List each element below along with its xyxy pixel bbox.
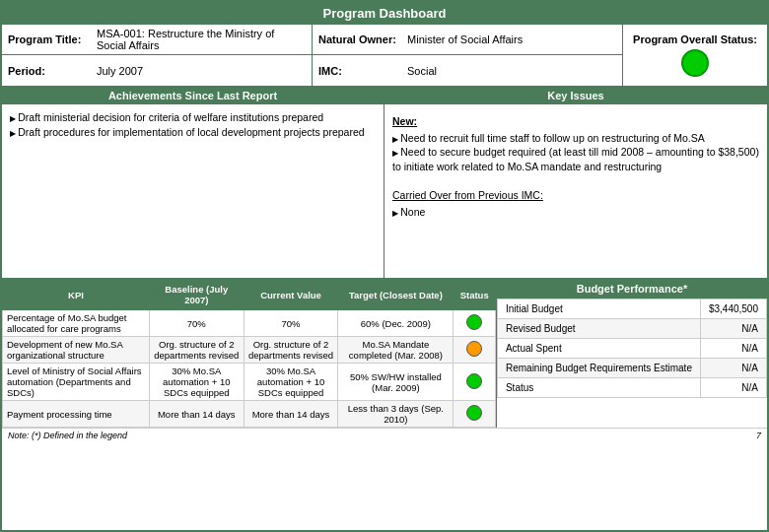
budget-row: Status N/A: [497, 378, 766, 398]
kpi-row: Development of new Mo.SA organizational …: [3, 337, 496, 364]
kpi-col-header: KPI: [3, 280, 150, 310]
carried-over-item: None: [392, 205, 759, 220]
kpi-baseline: Org. structure of 2 departments revised: [149, 337, 244, 364]
budget-value: $3,440,500: [700, 299, 766, 319]
key-issue-item: Need to recruit full time staff to follo…: [392, 131, 759, 146]
baseline-col-header: Baseline (July 2007): [149, 280, 244, 310]
budget-label: Initial Budget: [497, 299, 700, 319]
kpi-target: Mo.SA Mandate completed (Mar. 2008): [338, 337, 454, 364]
key-issue-item: Need to secure budget required (at least…: [392, 145, 759, 173]
kpi-name: Development of new Mo.SA organizational …: [3, 337, 150, 364]
program-title-value: MSA-001: Restructure the Ministry of Soc…: [97, 28, 306, 51]
status-col-header: Status: [454, 280, 496, 310]
natural-owner-label: Natural Owner:: [318, 33, 407, 45]
kpi-current: Org. structure of 2 departments revised: [244, 337, 338, 364]
budget-label: Remaining Budget Requirements Estimate: [497, 359, 700, 378]
achievements-header: Achievements Since Last Report: [2, 87, 384, 104]
achievements-body: Draft ministerial decision for criteria …: [2, 104, 384, 145]
kpi-status: [454, 401, 496, 428]
kpi-status: [454, 364, 496, 401]
imc-label: IMC:: [318, 65, 407, 77]
carried-over-label: Carried Over from Previous IMC:: [392, 188, 759, 203]
kpi-current: More than 14 days: [244, 401, 338, 428]
dashboard-title: Program Dashboard: [2, 2, 767, 25]
natural-owner-value: Minister of Social Affairs: [407, 33, 523, 45]
budget-header: Budget Performance*: [497, 279, 766, 299]
kpi-status: [454, 337, 496, 364]
achievement-item: Draft procedures for implementation of l…: [10, 125, 376, 140]
budget-value: N/A: [700, 378, 766, 398]
budget-row: Actual Spent N/A: [497, 339, 766, 359]
budget-label: Status: [497, 378, 700, 398]
target-col-header: Target (Closest Date): [338, 280, 454, 310]
kpi-baseline: More than 14 days: [149, 401, 244, 428]
budget-label: Actual Spent: [497, 339, 700, 359]
kpi-row: Percentage of Mo.SA budget allocated for…: [3, 310, 496, 337]
kpi-target: Less than 3 days (Sep. 2010): [338, 401, 454, 428]
kpi-baseline: 70%: [149, 310, 244, 337]
kpi-name: Payment processing time: [3, 401, 150, 428]
budget-row: Initial Budget $3,440,500: [497, 299, 766, 319]
footer-page: 7: [756, 431, 761, 440]
kpi-name: Level of Ministry of Social Affairs auto…: [3, 364, 150, 401]
kpi-target: 50% SW/HW installed (Mar. 2009): [338, 364, 454, 401]
kpi-status: [454, 310, 496, 337]
kpi-name: Percentage of Mo.SA budget allocated for…: [3, 310, 150, 337]
budget-value: N/A: [700, 359, 766, 378]
budget-label: Revised Budget: [497, 319, 700, 339]
period-label: Period:: [8, 65, 97, 77]
budget-value: N/A: [700, 319, 766, 339]
kpi-current: 70%: [244, 310, 338, 337]
key-issues-header: Key Issues: [384, 87, 767, 104]
kpi-target: 60% (Dec. 2009): [338, 310, 454, 337]
budget-value: N/A: [700, 339, 766, 359]
program-title-label: Program Title:: [8, 33, 97, 45]
overall-status-indicator: [681, 49, 709, 77]
kpi-baseline: 30% Mo.SA automation + 10 SDCs equipped: [149, 364, 244, 401]
key-issues-body: New: Need to recruit full time staff to …: [384, 104, 767, 226]
footer-note: Note: (*) Defined in the legend: [8, 431, 127, 440]
kpi-row: Level of Ministry of Social Affairs auto…: [3, 364, 496, 401]
new-label: New:: [392, 114, 759, 129]
achievement-item: Draft ministerial decision for criteria …: [10, 110, 376, 125]
budget-row: Remaining Budget Requirements Estimate N…: [497, 359, 766, 378]
kpi-row: Payment processing time More than 14 day…: [3, 401, 496, 428]
kpi-current: 30% Mo.SA automation + 10 SDCs equipped: [244, 364, 338, 401]
period-value: July 2007: [97, 65, 143, 77]
budget-row: Revised Budget N/A: [497, 319, 766, 339]
overall-status-label: Program Overall Status:: [633, 33, 757, 45]
imc-value: Social: [407, 65, 437, 77]
current-value-col-header: Current Value: [244, 280, 338, 310]
